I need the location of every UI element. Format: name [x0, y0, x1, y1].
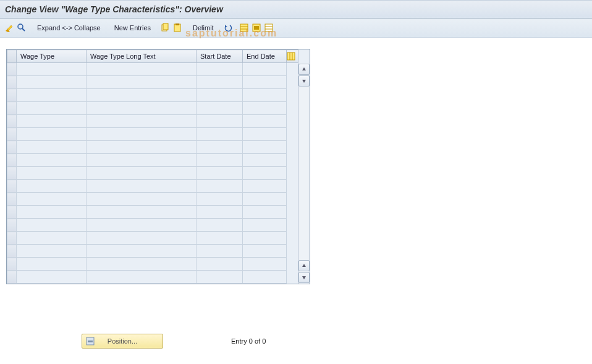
cell-wage-type[interactable] — [17, 219, 87, 232]
cell-end-date[interactable] — [243, 102, 287, 115]
cell-long-text[interactable] — [87, 76, 197, 89]
cell-start-date[interactable] — [197, 76, 243, 89]
cell-long-text[interactable] — [87, 154, 197, 167]
cell-end-date[interactable] — [243, 167, 287, 180]
table-row[interactable] — [7, 154, 298, 167]
scroll-down-button[interactable] — [298, 272, 310, 283]
cell-start-date[interactable] — [197, 167, 243, 180]
col-header-wage-type[interactable]: Wage Type — [17, 50, 87, 63]
row-selector[interactable] — [7, 102, 17, 115]
cell-wage-type[interactable] — [17, 115, 87, 128]
row-selector[interactable] — [7, 76, 17, 89]
cell-long-text[interactable] — [87, 128, 197, 141]
table-row[interactable] — [7, 76, 298, 89]
cell-start-date[interactable] — [197, 141, 243, 154]
cell-long-text[interactable] — [87, 245, 197, 258]
cell-start-date[interactable] — [197, 193, 243, 206]
cell-end-date[interactable] — [243, 206, 287, 219]
cell-start-date[interactable] — [197, 232, 243, 245]
cell-end-date[interactable] — [243, 193, 287, 206]
table-row[interactable] — [7, 128, 298, 141]
cell-start-date[interactable] — [197, 245, 243, 258]
cell-end-date[interactable] — [243, 180, 287, 193]
cell-long-text[interactable] — [87, 271, 197, 284]
row-selector[interactable] — [7, 245, 17, 258]
cell-wage-type[interactable] — [17, 271, 87, 284]
cell-wage-type[interactable] — [17, 232, 87, 245]
cell-wage-type[interactable] — [17, 167, 87, 180]
cell-end-date[interactable] — [243, 245, 287, 258]
change-icon[interactable] — [4, 22, 15, 33]
cell-long-text[interactable] — [87, 193, 197, 206]
cell-long-text[interactable] — [87, 219, 197, 232]
col-header-long-text[interactable]: Wage Type Long Text — [87, 50, 197, 63]
cell-start-date[interactable] — [197, 63, 243, 76]
expand-collapse-button[interactable]: Expand <-> Collapse — [33, 21, 104, 35]
table-row[interactable] — [7, 115, 298, 128]
row-selector[interactable] — [7, 219, 17, 232]
cell-start-date[interactable] — [197, 258, 243, 271]
row-selector[interactable] — [7, 154, 17, 167]
cell-end-date[interactable] — [243, 154, 287, 167]
table-row[interactable] — [7, 141, 298, 154]
cell-start-date[interactable] — [197, 206, 243, 219]
table-row[interactable] — [7, 102, 298, 115]
row-selector[interactable] — [7, 193, 17, 206]
cell-end-date[interactable] — [243, 219, 287, 232]
cell-wage-type[interactable] — [17, 193, 87, 206]
row-selector[interactable] — [7, 206, 17, 219]
scroll-up-small-button[interactable] — [298, 260, 310, 271]
row-selector[interactable] — [7, 232, 17, 245]
cell-long-text[interactable] — [87, 63, 197, 76]
col-header-end-date[interactable]: End Date — [243, 50, 287, 63]
deselect-all-icon[interactable] — [263, 22, 274, 33]
cell-start-date[interactable] — [197, 154, 243, 167]
table-row[interactable] — [7, 206, 298, 219]
cell-end-date[interactable] — [243, 141, 287, 154]
select-all-icon[interactable] — [239, 22, 250, 33]
find-icon[interactable] — [16, 22, 27, 33]
undo-icon[interactable] — [222, 22, 234, 33]
cell-start-date[interactable] — [197, 219, 243, 232]
cell-long-text[interactable] — [87, 180, 197, 193]
cell-start-date[interactable] — [197, 115, 243, 128]
scroll-up-button[interactable] — [298, 64, 310, 75]
table-row[interactable] — [7, 63, 298, 76]
table-row[interactable] — [7, 193, 298, 206]
row-selector[interactable] — [7, 258, 17, 271]
row-selector[interactable] — [7, 63, 17, 76]
cell-end-date[interactable] — [243, 232, 287, 245]
vertical-scrollbar[interactable] — [298, 63, 310, 284]
table-row[interactable] — [7, 89, 298, 102]
position-button[interactable]: Position... — [82, 334, 163, 349]
scroll-down-small-button[interactable] — [298, 75, 310, 87]
table-row[interactable] — [7, 219, 298, 232]
table-row[interactable] — [7, 245, 298, 258]
delimit-button[interactable]: Delimit — [189, 21, 218, 35]
cell-wage-type[interactable] — [17, 258, 87, 271]
cell-long-text[interactable] — [87, 115, 197, 128]
paste-icon[interactable] — [172, 22, 183, 33]
cell-end-date[interactable] — [243, 128, 287, 141]
cell-wage-type[interactable] — [17, 128, 87, 141]
row-selector[interactable] — [7, 89, 17, 102]
row-selector[interactable] — [7, 128, 17, 141]
cell-long-text[interactable] — [87, 167, 197, 180]
wage-type-table[interactable]: Wage Type Wage Type Long Text Start Date… — [7, 49, 298, 284]
cell-end-date[interactable] — [243, 63, 287, 76]
cell-long-text[interactable] — [87, 258, 197, 271]
cell-start-date[interactable] — [197, 102, 243, 115]
cell-wage-type[interactable] — [17, 102, 87, 115]
select-block-icon[interactable] — [251, 22, 262, 33]
row-selector[interactable] — [7, 180, 17, 193]
cell-wage-type[interactable] — [17, 89, 87, 102]
row-selector[interactable] — [7, 271, 17, 284]
col-header-start-date[interactable]: Start Date — [197, 50, 243, 63]
table-row[interactable] — [7, 232, 298, 245]
cell-end-date[interactable] — [243, 76, 287, 89]
cell-wage-type[interactable] — [17, 76, 87, 89]
table-row[interactable] — [7, 258, 298, 271]
cell-long-text[interactable] — [87, 206, 197, 219]
table-row[interactable] — [7, 167, 298, 180]
cell-wage-type[interactable] — [17, 206, 87, 219]
